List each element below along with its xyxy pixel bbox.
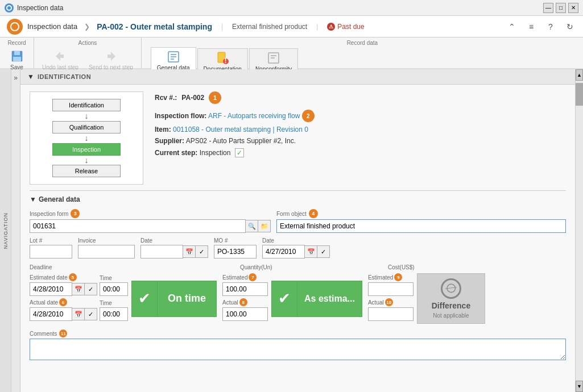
invoice-group: Invoice <box>78 237 135 258</box>
flow-arrow-2: ↓ <box>85 134 89 143</box>
toolbar-record-data-label: Record data <box>146 40 578 46</box>
quantity-section-label: Quantity(Un) <box>240 263 388 271</box>
actual-cost-label: Actual <box>368 299 384 306</box>
form-object-badge: 4 <box>309 209 318 218</box>
flow-step-inspection[interactable]: Inspection <box>52 143 121 156</box>
rcv-badge: 1 <box>209 91 221 104</box>
actual-time-group: Time <box>100 300 128 321</box>
send-to-next-step-button[interactable]: Send to next step <box>85 48 137 72</box>
cost-label: Cost(US$) <box>388 264 415 270</box>
save-button[interactable]: Save <box>7 48 27 72</box>
est-date-clear-icon[interactable]: ✓ <box>85 283 97 295</box>
actual-qty-input[interactable] <box>222 307 268 321</box>
actual-cost-badge: 10 <box>385 298 393 306</box>
date-clear-icon[interactable]: ✓ <box>196 245 208 258</box>
date-label: Date <box>140 237 208 244</box>
date-calendar-icon[interactable]: 📅 <box>183 245 196 258</box>
mo-group: MO # <box>214 237 257 258</box>
navigation-sidebar[interactable]: NAVIGATION <box>0 69 11 392</box>
estimated-cost-input[interactable] <box>368 282 414 296</box>
general-data-collapse-arrow[interactable]: ▼ <box>30 195 36 203</box>
collapse-icon[interactable]: » <box>14 74 18 82</box>
est-date-calendar-icon[interactable]: 📅 <box>72 283 85 295</box>
inspection-form-input[interactable] <box>30 219 246 233</box>
inspection-form-search-icon[interactable]: 🔍 <box>246 220 258 232</box>
current-step-checkbox[interactable]: ✓ <box>235 148 244 157</box>
nav-help-icon[interactable]: ? <box>544 20 557 33</box>
estimated-time-input[interactable] <box>100 282 128 296</box>
svg-rect-1 <box>14 51 20 55</box>
estimated-qty-group: Estimated 7 <box>222 273 268 296</box>
rcv-number-row: Rcv #.: PA-002 1 <box>155 91 566 104</box>
send-icon <box>104 49 118 63</box>
mo-input[interactable] <box>214 245 257 258</box>
section-labels-row: Deadline Quantity(Un) Cost(US$) <box>30 263 566 271</box>
scroll-up-button[interactable]: ▲ <box>576 69 583 81</box>
estimated-date-label: Estimated date <box>30 274 68 281</box>
mo-date-group: Date 📅 ✓ <box>262 237 330 258</box>
as-estimated-block: ✔ As estima... <box>271 273 362 324</box>
date-input[interactable] <box>140 245 183 258</box>
flow-step-identification[interactable]: Identification <box>52 99 121 111</box>
form-object-input[interactable] <box>276 219 566 233</box>
svg-text:!: ! <box>225 57 227 65</box>
identification-section-title: IDENTIFICATION <box>38 73 91 80</box>
collapse-panel[interactable]: » <box>11 69 20 392</box>
actual-date-label: Actual date <box>30 299 58 306</box>
comments-input[interactable] <box>30 339 566 360</box>
invoice-input[interactable] <box>78 245 135 258</box>
invoice-label: Invoice <box>78 237 135 244</box>
mo-date-input[interactable] <box>262 245 305 258</box>
scroll-track <box>576 81 583 381</box>
actual-cost-input[interactable] <box>368 307 414 321</box>
scroll-thumb[interactable] <box>576 83 583 106</box>
actual-date-group: Actual date 6 📅 ✓ <box>30 298 97 321</box>
inspection-form-badge: 3 <box>71 209 80 218</box>
inspection-form-folder-icon[interactable]: 📁 <box>258 220 271 232</box>
flow-step-qualification[interactable]: Qualification <box>52 121 121 134</box>
date-input-group: 📅 ✓ <box>140 245 208 258</box>
as-estimated-checkmark-box: ✔ <box>271 281 297 317</box>
svg-rect-2 <box>13 57 21 61</box>
flow-step-release[interactable]: Release <box>52 165 121 177</box>
nav-up-icon[interactable]: ⌃ <box>506 20 518 33</box>
difference-slash-icon: ∅ <box>442 280 460 298</box>
deadline-section-label: Deadline <box>30 263 206 271</box>
act-date-clear-icon[interactable]: ✓ <box>85 308 97 320</box>
estimated-date-input[interactable] <box>30 282 72 296</box>
maximize-button[interactable]: □ <box>556 3 566 13</box>
actual-time-input[interactable] <box>100 307 128 321</box>
undo-last-step-button[interactable]: Undo last step <box>39 48 82 72</box>
identification-collapse-icon[interactable]: ▼ <box>27 73 34 81</box>
estimated-date-row: Estimated date 5 📅 ✓ Time <box>30 273 128 296</box>
deadline-label: Deadline <box>30 264 52 270</box>
navigation-label: NAVIGATION <box>3 212 9 249</box>
close-button[interactable]: ✕ <box>568 3 578 13</box>
lot-input[interactable] <box>30 245 72 258</box>
nav-refresh-icon[interactable]: ↻ <box>564 20 576 33</box>
content-inner: Identification ↓ Qualification ↓ Inspect… <box>20 85 575 369</box>
mo-date-calendar-icon[interactable]: 📅 <box>305 245 317 258</box>
estimated-qty-badge: 7 <box>249 273 257 281</box>
scroll-down-button[interactable]: ▼ <box>576 381 583 392</box>
act-date-calendar-icon[interactable]: 📅 <box>72 308 85 320</box>
flow-badge: 2 <box>302 110 315 122</box>
actual-qty-badge: 8 <box>239 298 247 306</box>
form-object-label: Form object <box>276 211 307 217</box>
on-time-block: ✔ On time <box>131 273 217 324</box>
vertical-scrollbar[interactable]: ▲ ▼ <box>575 69 583 392</box>
on-time-checkmark-box: ✔ <box>131 281 158 317</box>
title-bar: Inspection data — □ ✕ <box>0 0 583 16</box>
nav-list-icon[interactable]: ≡ <box>525 20 537 33</box>
estimated-qty-input[interactable] <box>222 282 268 296</box>
comments-label: Comments <box>30 331 57 337</box>
current-step-row: Current step: Inspection ✓ <box>155 148 566 157</box>
save-icon <box>10 49 24 63</box>
date-group: Date 📅 ✓ <box>140 237 208 258</box>
estimated-time-label: Time <box>100 275 128 281</box>
estimated-cost-badge: 9 <box>394 273 402 281</box>
actual-date-input[interactable] <box>30 307 72 321</box>
mo-date-clear-icon[interactable]: ✓ <box>317 245 330 258</box>
status-label: Past due <box>337 23 364 31</box>
minimize-button[interactable]: — <box>543 3 553 13</box>
